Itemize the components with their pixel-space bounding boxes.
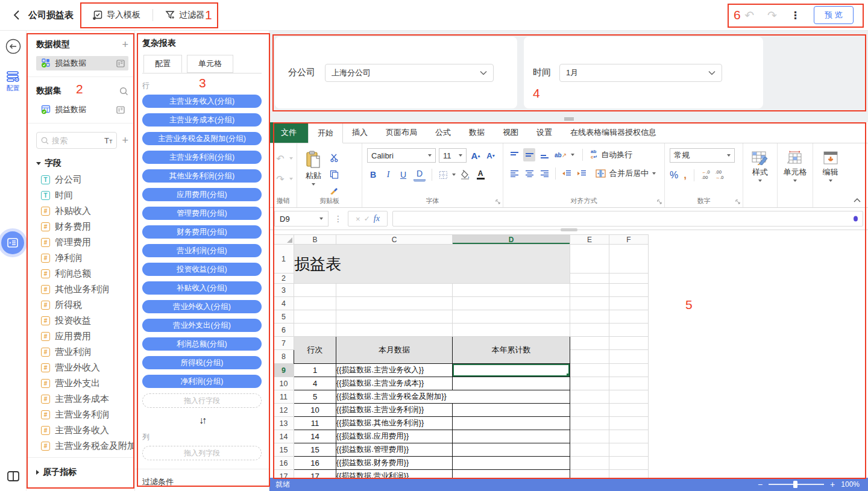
row-header[interactable]: 2 — [274, 274, 294, 284]
row-field-pill[interactable]: 应用费用(分组) — [142, 188, 262, 201]
cell[interactable] — [609, 245, 649, 274]
formula-input[interactable] — [392, 211, 863, 227]
row-field-pill[interactable]: 补贴收入(分组) — [142, 281, 262, 295]
row-header[interactable]: 10 — [274, 377, 294, 390]
field-item[interactable]: # 所得税 — [36, 297, 128, 313]
field-search-input[interactable] — [52, 136, 94, 145]
field-item[interactable]: # 应用费用 — [36, 328, 128, 344]
cell[interactable] — [294, 324, 336, 337]
cell[interactable] — [570, 430, 609, 443]
line-number-cell[interactable]: 15 — [294, 443, 336, 457]
undo-icon[interactable]: ↶ — [274, 152, 286, 165]
filter-resize-strip[interactable] — [269, 116, 868, 122]
cell[interactable] — [609, 443, 649, 457]
cell[interactable] — [609, 364, 649, 377]
row-field-pill[interactable]: 财务费用(分组) — [142, 225, 262, 239]
table-header-month[interactable]: 本月数据 — [336, 337, 453, 364]
row-field-pill[interactable]: 主营业务收入(分组) — [142, 95, 262, 108]
cell[interactable] — [609, 297, 649, 310]
data-model-item[interactable]: 损益数据 — [36, 56, 128, 70]
template-cell[interactable]: {{损益数据.财务费用}} — [336, 457, 453, 470]
cell[interactable] — [453, 443, 570, 457]
add-field-button[interactable]: + — [122, 135, 128, 146]
fields-section-header[interactable]: 字段 — [36, 157, 128, 169]
field-item[interactable]: # 净利润 — [36, 250, 128, 266]
menu-formulas[interactable]: 公式 — [426, 122, 460, 143]
redo-caret-icon[interactable] — [289, 178, 293, 180]
field-item[interactable]: T 时间 — [36, 187, 128, 203]
cells-button[interactable]: 单元格 — [782, 148, 808, 182]
field-item[interactable]: # 补贴收入 — [36, 203, 128, 219]
field-item[interactable]: # 主营业务利润 — [36, 407, 128, 422]
row-field-pill[interactable]: 净利润(分组) — [142, 375, 262, 388]
field-item[interactable]: # 其他业务利润 — [36, 281, 128, 297]
field-item[interactable]: # 主营业务税金及附加 — [36, 438, 128, 454]
styles-button[interactable]: 样式 — [748, 148, 772, 182]
row-field-pill[interactable]: 其他业务利润(分组) — [142, 169, 262, 183]
underline-button[interactable]: U — [397, 168, 409, 181]
bold-button[interactable]: B — [367, 168, 379, 181]
table-header-line[interactable]: 行次 — [294, 337, 336, 364]
row-header[interactable]: 8 — [274, 350, 294, 364]
drag-handle-icon[interactable] — [564, 117, 574, 122]
line-number-cell[interactable]: 4 — [294, 377, 336, 390]
row-header-selected[interactable]: 9 — [274, 364, 294, 377]
orientation-caret-icon[interactable] — [571, 154, 574, 156]
template-cell[interactable]: {{损益数据.应用费用}} — [336, 430, 453, 443]
line-number-cell[interactable]: 1 — [294, 364, 336, 377]
back-icon[interactable] — [13, 10, 20, 20]
italic-button[interactable]: I — [382, 168, 394, 181]
menu-insert[interactable]: 插入 — [343, 122, 377, 143]
filter-button[interactable]: 过滤器 — [165, 10, 204, 20]
font-dialog-launcher-icon[interactable] — [495, 199, 500, 204]
align-bottom-icon[interactable] — [538, 148, 550, 161]
cancel-entry-icon[interactable]: × — [356, 214, 360, 224]
menu-license-info[interactable]: 在线表格编辑器授权信息 — [561, 122, 665, 143]
row-field-pill[interactable]: 营业利润(分组) — [142, 244, 262, 257]
row-header[interactable]: 12 — [274, 404, 294, 417]
panel-toggle-button[interactable] — [1, 231, 24, 254]
font-name-select[interactable]: Calibri — [367, 148, 436, 163]
row-header[interactable]: 13 — [274, 417, 294, 430]
number-dialog-launcher-icon[interactable] — [735, 199, 740, 204]
align-center-icon[interactable] — [523, 167, 535, 180]
cell[interactable] — [609, 274, 649, 284]
collapse-back-icon[interactable] — [5, 39, 21, 54]
column-header-D[interactable]: D — [453, 235, 570, 245]
decrease-decimal-icon[interactable]: .00→.0 — [715, 170, 724, 180]
line-number-cell[interactable]: 17 — [294, 470, 336, 478]
format-painter-icon[interactable] — [328, 184, 340, 198]
cell[interactable] — [609, 470, 649, 478]
cut-icon[interactable] — [328, 151, 340, 164]
menu-data[interactable]: 数据 — [460, 122, 494, 143]
cell[interactable] — [570, 245, 609, 274]
template-cell[interactable]: {{损益数据.主营业务利润}} — [336, 404, 453, 417]
cell[interactable] — [336, 310, 453, 324]
field-item[interactable]: # 财务费用 — [36, 219, 128, 234]
import-template-button[interactable]: 导入模板 — [93, 10, 140, 20]
field-item[interactable]: # 管理费用 — [36, 234, 128, 250]
menu-view[interactable]: 视图 — [494, 122, 527, 143]
selected-cell-D9[interactable] — [453, 364, 570, 377]
split-view-icon[interactable] — [7, 471, 19, 481]
line-number-cell[interactable]: 16 — [294, 457, 336, 470]
cell[interactable] — [570, 417, 609, 430]
cell[interactable] — [609, 337, 649, 350]
field-item[interactable]: # 营业外收入 — [36, 360, 128, 375]
cell[interactable] — [609, 390, 649, 404]
tab-config[interactable]: 配置 — [143, 55, 182, 73]
row-field-pill[interactable]: 所得税(分组) — [142, 356, 262, 369]
double-underline-button[interactable]: D — [414, 168, 426, 181]
cell[interactable] — [609, 404, 649, 417]
column-header-B[interactable]: B — [294, 235, 336, 245]
number-format-select[interactable]: 常规 — [670, 148, 735, 163]
font-size-select[interactable]: 11 — [439, 148, 467, 163]
cell[interactable] — [570, 377, 609, 390]
cell[interactable] — [453, 297, 570, 310]
rename-board-icon[interactable] — [116, 60, 125, 67]
decrease-indent-icon[interactable] — [561, 167, 573, 180]
undo-icon[interactable]: ↶ — [744, 8, 754, 22]
shrink-font-button[interactable]: A▾ — [485, 149, 497, 162]
drop-row-field-zone[interactable]: 拖入行字段 — [142, 393, 262, 408]
row-field-pill[interactable]: 利润总额(分组) — [142, 337, 262, 351]
